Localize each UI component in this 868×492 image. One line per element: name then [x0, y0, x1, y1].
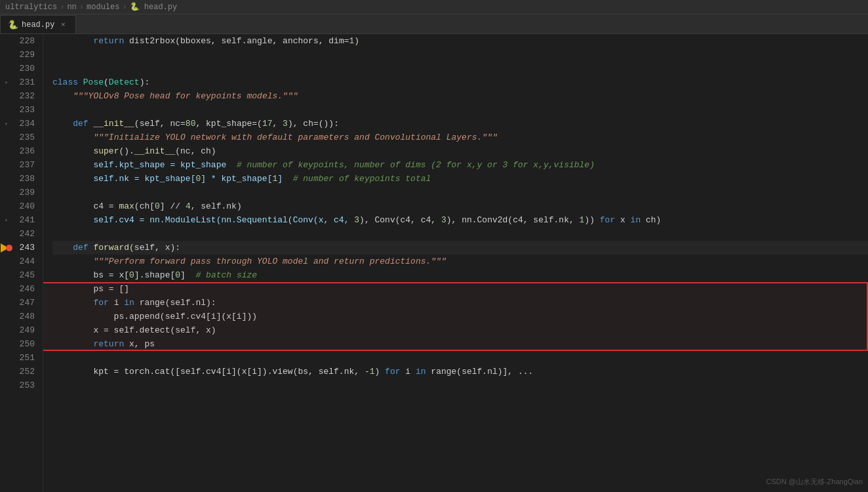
line-number: 241: [13, 213, 39, 227]
code-editor: ▸▸▸ 228229230231232233234235236237238239…: [0, 34, 868, 492]
code-line: def __init__(self, nc=80, kpt_shape=(17,…: [52, 117, 868, 131]
line-number: 231: [13, 75, 39, 89]
gutter-cell: [0, 282, 13, 296]
code-line: [52, 186, 868, 199]
gutter-cell: [0, 48, 13, 62]
breadcrumb-arrow-2: ›: [79, 3, 84, 12]
file-icon: 🐍: [9, 20, 18, 30]
code-line: kpt = torch.cat([self.cv4[i](x[i]).view(…: [52, 365, 868, 379]
line-number: 252: [13, 365, 39, 379]
code-line: return dist2rbox(bboxes, self.angle, anc…: [52, 34, 868, 48]
gutter-cell: ▸: [0, 117, 13, 131]
line-number: 243: [13, 241, 39, 255]
line-number: 236: [13, 144, 39, 158]
line-number: 245: [13, 268, 39, 282]
code-line: """Perform forward pass through YOLO mod…: [52, 255, 868, 268]
line-number: 250: [13, 337, 39, 351]
gutter-cell: [0, 351, 13, 365]
code-line: [52, 351, 868, 365]
tab-filename: head.py: [22, 20, 54, 30]
gutter-cell: [0, 227, 13, 241]
gutter-cell: [0, 199, 13, 213]
code-line: [52, 103, 868, 117]
gutter-cell: [0, 296, 13, 310]
breadcrumb-nn: nn: [67, 3, 76, 12]
code-line: """YOLOv8 Pose head for keypoints models…: [52, 89, 868, 103]
code-line: ps.append(self.cv4[i](x[i])): [52, 310, 868, 323]
code-line: class Pose(Detect):: [52, 75, 868, 89]
gutter-cell: [0, 241, 13, 255]
gutter-cell: [0, 34, 13, 48]
code-line: self.nk = kpt_shape[0] * kpt_shape[1] # …: [52, 172, 868, 186]
code-line: self.cv4 = nn.ModuleList(nn.Sequential(C…: [52, 213, 868, 227]
line-numbers-column: 2282292302312322332342352362372382392402…: [13, 34, 43, 492]
code-line: c4 = max(ch[0] // 4, self.nk): [52, 199, 868, 213]
fold-arrow[interactable]: ▸: [5, 79, 8, 86]
fold-arrow[interactable]: ▸: [5, 120, 8, 127]
line-number: 233: [13, 103, 39, 117]
gutter-cell: [0, 131, 13, 144]
code-line: """Initialize YOLO network with default …: [52, 131, 868, 144]
code-line: for i in range(self.nl):: [52, 296, 868, 310]
code-line: x = self.detect(self, x): [52, 323, 868, 337]
breadcrumb: ultralytics › nn › modules › 🐍 head.py: [5, 2, 177, 12]
gutter-cell: [0, 323, 13, 337]
code-line: [52, 227, 868, 241]
breadcrumb-modules: modules: [87, 3, 119, 12]
title-bar: ultralytics › nn › modules › 🐍 head.py: [0, 0, 868, 14]
code-line: def forward(self, x):: [52, 241, 868, 255]
line-number: 234: [13, 117, 39, 131]
gutter-cell: [0, 186, 13, 199]
line-number: 238: [13, 172, 39, 186]
line-number: 253: [13, 379, 39, 392]
line-number: 248: [13, 310, 39, 323]
gutter-cell: ▸: [0, 213, 13, 227]
gutter-cell: [0, 144, 13, 158]
gutter-cell: [0, 103, 13, 117]
gutter-cell: [0, 310, 13, 323]
code-line: super().__init__(nc, ch): [52, 144, 868, 158]
editor-container: ultralytics › nn › modules › 🐍 head.py 🐍…: [0, 0, 868, 492]
code-line: [52, 48, 868, 62]
line-number: 251: [13, 351, 39, 365]
line-number: 244: [13, 255, 39, 268]
code-line: ps = []: [52, 282, 868, 296]
code-content: return dist2rbox(bboxes, self.angle, anc…: [43, 34, 868, 492]
code-line: [52, 62, 868, 75]
breadcrumb-file: 🐍 head.py: [130, 2, 178, 12]
gutter-cell: [0, 158, 13, 172]
line-number: 240: [13, 199, 39, 213]
tab-bar: 🐍 head.py ×: [0, 14, 868, 34]
gutter-cell: [0, 89, 13, 103]
line-number: 232: [13, 89, 39, 103]
gutter-cell: [0, 172, 13, 186]
code-line: [52, 379, 868, 392]
line-number: 230: [13, 62, 39, 75]
gutter-cell: [0, 379, 13, 392]
breadcrumb-arrow-1: ›: [60, 3, 64, 12]
code-line: self.kpt_shape = kpt_shape # number of k…: [52, 158, 868, 172]
line-number: 228: [13, 34, 39, 48]
gutter-cell: ▸: [0, 75, 13, 89]
gutter-column: ▸▸▸: [0, 34, 13, 492]
tab-head-py[interactable]: 🐍 head.py ×: [0, 15, 76, 33]
gutter-cell: [0, 268, 13, 282]
breadcrumb-ultralytics: ultralytics: [5, 3, 57, 12]
watermark: CSDN @山水无移-ZhangQian: [766, 477, 863, 487]
code-line: return x, ps: [52, 337, 868, 351]
line-number: 242: [13, 227, 39, 241]
line-number: 239: [13, 186, 39, 199]
gutter-cell: [0, 337, 13, 351]
gutter-cell: [0, 255, 13, 268]
gutter-cell: [0, 62, 13, 75]
gutter-cell: [0, 365, 13, 379]
line-number: 235: [13, 131, 39, 144]
line-number: 229: [13, 48, 39, 62]
line-number: 247: [13, 296, 39, 310]
close-tab-button[interactable]: ×: [58, 20, 68, 30]
line-number: 249: [13, 323, 39, 337]
line-number: 246: [13, 282, 39, 296]
code-line: bs = x[0].shape[0] # batch size: [52, 268, 868, 282]
breakpoint-dot: [6, 245, 12, 251]
fold-arrow[interactable]: ▸: [5, 216, 8, 224]
